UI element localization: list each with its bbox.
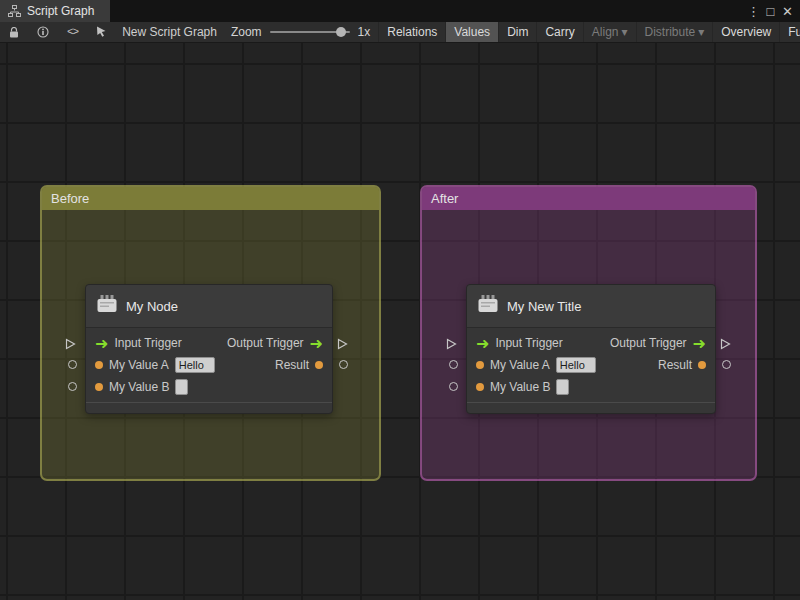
value-a-input[interactable] [175,357,215,373]
window-controls: ⋮ □ ✕ [745,0,800,22]
group-after-header[interactable]: After [422,187,755,210]
relations-button[interactable]: Relations [378,22,445,42]
menu-icon[interactable]: ⋮ [745,4,762,19]
close-icon[interactable]: ✕ [779,4,796,19]
node-my-new-title[interactable]: My New Title ➜ Input Trigger Output Trig… [466,284,716,414]
tab-bar: Script Graph ⋮ □ ✕ [0,0,800,22]
graph-canvas[interactable]: Before After My Node ➜ Input Trigger [0,43,800,600]
unit-icon [478,295,498,317]
info-icon[interactable] [28,22,58,42]
external-value-a-port[interactable] [68,360,77,369]
chevron-down-icon: ▾ [698,25,704,39]
value-a-port-row: My Value A Result [86,354,332,376]
tab-script-graph[interactable]: Script Graph [0,0,110,22]
input-trigger-label: Input Trigger [114,336,181,350]
carry-button[interactable]: Carry [536,22,582,42]
input-trigger-arrow-icon[interactable]: ➜ [476,334,489,353]
fullscreen-button[interactable]: Full Screen [779,22,800,42]
value-a-port-icon[interactable] [95,361,103,369]
tab-label: Script Graph [27,4,94,18]
overview-button[interactable]: Overview [712,22,779,42]
node-title: My New Title [507,299,581,314]
chevron-down-icon: ▾ [621,25,627,39]
result-port-icon[interactable] [698,361,706,369]
external-output-trigger-port[interactable] [337,338,348,350]
output-trigger-arrow-icon[interactable]: ➜ [310,334,323,353]
value-a-port-icon[interactable] [476,361,484,369]
trigger-port-row: ➜ Input Trigger Output Trigger ➜ [467,332,715,354]
group-title: After [431,191,458,206]
value-b-port-row: My Value B [467,376,715,398]
node-footer [467,402,715,413]
external-value-a-port[interactable] [449,360,458,369]
maximize-icon[interactable]: □ [762,4,779,19]
input-trigger-label: Input Trigger [495,336,562,350]
lock-icon[interactable] [0,22,28,42]
node-header[interactable]: My Node [86,285,332,328]
group-before-header[interactable]: Before [42,187,379,210]
value-a-label: My Value A [109,358,169,372]
value-b-port-icon[interactable] [476,383,484,391]
graph-toolbar: <> New Script Graph Zoom 1x Relations Va… [0,22,800,43]
result-label: Result [275,358,309,372]
node-ports: ➜ Input Trigger Output Trigger ➜ My Valu… [467,328,715,398]
input-trigger-arrow-icon[interactable]: ➜ [95,334,108,353]
value-b-port-row: My Value B [86,376,332,398]
unity-visual-scripting-window: Script Graph ⋮ □ ✕ <> New Script Graph Z… [0,0,800,600]
output-trigger-arrow-icon[interactable]: ➜ [693,334,706,353]
value-b-port-icon[interactable] [95,383,103,391]
script-graph-icon [8,5,21,17]
graph-name-breadcrumb[interactable]: New Script Graph [116,22,223,42]
node-my-node[interactable]: My Node ➜ Input Trigger Output Trigger ➜… [85,284,333,414]
unit-icon [97,295,117,317]
value-b-input[interactable] [175,379,188,395]
zoom-label: Zoom [231,25,262,39]
dim-button[interactable]: Dim [498,22,536,42]
result-port-icon[interactable] [315,361,323,369]
group-title: Before [51,191,89,206]
external-value-b-port[interactable] [449,382,458,391]
zoom-slider[interactable] [270,27,350,37]
value-a-label: My Value A [490,358,550,372]
external-result-port[interactable] [339,360,348,369]
output-trigger-label: Output Trigger [227,336,304,350]
external-value-b-port[interactable] [68,382,77,391]
value-b-label: My Value B [490,380,550,394]
node-footer [86,402,332,413]
value-b-label: My Value B [109,380,169,394]
value-b-input[interactable] [556,379,569,395]
value-a-input[interactable] [556,357,596,373]
node-header[interactable]: My New Title [467,285,715,328]
trigger-port-row: ➜ Input Trigger Output Trigger ➜ [86,332,332,354]
node-ports: ➜ Input Trigger Output Trigger ➜ My Valu… [86,328,332,398]
zoom-value: 1x [358,25,371,39]
output-trigger-label: Output Trigger [610,336,687,350]
external-input-trigger-port[interactable] [446,338,457,350]
code-preview-icon[interactable]: <> [58,22,87,42]
external-input-trigger-port[interactable] [65,338,76,350]
distribute-dropdown[interactable]: Distribute ▾ [636,22,713,42]
align-dropdown[interactable]: Align ▾ [583,22,636,42]
value-a-port-row: My Value A Result [467,354,715,376]
zoom-control: Zoom 1x [223,22,378,42]
result-label: Result [658,358,692,372]
node-title: My Node [126,299,178,314]
zoom-knob[interactable] [336,27,346,37]
external-output-trigger-port[interactable] [720,338,731,350]
external-result-port[interactable] [722,360,731,369]
values-button[interactable]: Values [445,22,498,42]
graph-pointer-icon [87,22,116,42]
